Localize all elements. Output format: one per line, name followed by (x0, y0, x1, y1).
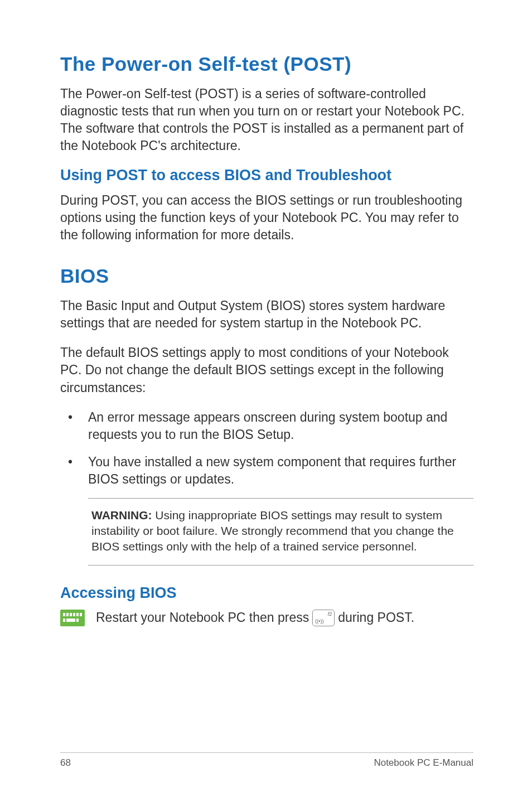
access-text-pre: Restart your Notebook PC then press (96, 610, 309, 625)
list-item: An error message appears onscreen during… (60, 409, 473, 443)
warning-box: WARNING: Using inappropriate BIOS settin… (88, 498, 473, 566)
access-text-post: during POST. (338, 610, 414, 625)
warning-text: WARNING: Using inappropriate BIOS settin… (91, 508, 470, 555)
heading-bios: BIOS (60, 265, 473, 287)
footer-title: Notebook PC E-Manual (374, 757, 473, 769)
page-number: 68 (60, 757, 71, 769)
heading-post: The Power-on Self-test (POST) (60, 53, 473, 75)
paragraph-bios-default: The default BIOS settings apply to most … (60, 344, 473, 396)
bullet-list: An error message appears onscreen during… (60, 409, 473, 488)
page-footer: 68 Notebook PC E-Manual (60, 752, 473, 769)
heading-accessing-bios: Accessing BIOS (60, 584, 473, 602)
access-bios-row: Restart your Notebook PC then press ((•)… (60, 610, 473, 626)
paragraph-using-post: During POST, you can access the BIOS set… (60, 192, 473, 244)
access-bios-text: Restart your Notebook PC then press ((•)… (96, 610, 414, 626)
keyboard-icon (60, 610, 85, 626)
f2-label: f2 (328, 612, 332, 617)
paragraph-post-intro: The Power-on Self-test (POST) is a serie… (60, 85, 473, 154)
f2-key-icon: ((•)) f2 (312, 610, 335, 626)
paragraph-bios-intro: The Basic Input and Output System (BIOS)… (60, 297, 473, 332)
wifi-glyph: ((•)) (315, 619, 323, 624)
list-item: You have installed a new system componen… (60, 453, 473, 488)
heading-using-post: Using POST to access BIOS and Troublesho… (60, 167, 473, 184)
warning-label: WARNING: (91, 509, 152, 521)
